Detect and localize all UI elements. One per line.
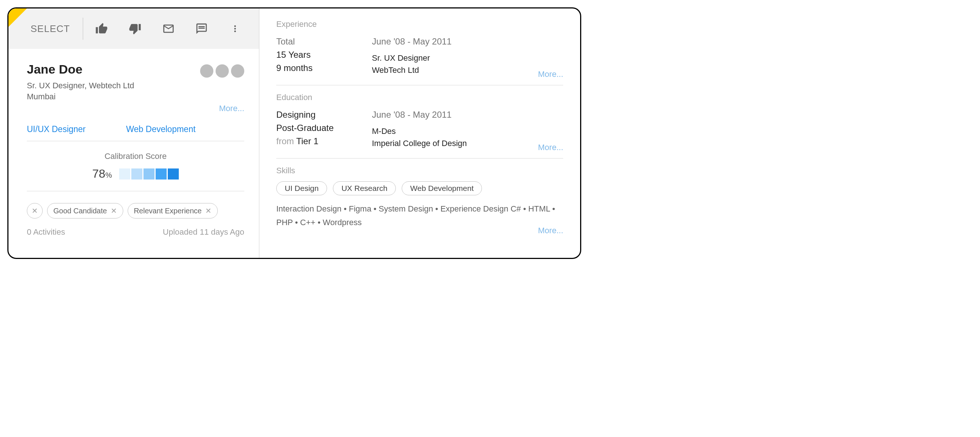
divider	[27, 191, 244, 191]
calibration-section: Calibration Score 78%	[27, 151, 244, 181]
calibration-bar-icon	[156, 168, 167, 180]
profile-body: Jane Doe Sr. UX Designer, Webtech Ltd Mu…	[8, 49, 259, 258]
education-more-link[interactable]: More...	[538, 143, 563, 152]
education-content: Designing Post-Graduate from Tier 1 June…	[276, 108, 563, 149]
profile-header: Jane Doe Sr. UX Designer, Webtech Ltd Mu…	[27, 62, 244, 102]
profile-more-link[interactable]: More...	[27, 104, 244, 113]
experience-more-link[interactable]: More...	[538, 70, 563, 79]
role-tags-row: UI/UX Designer Web Development	[27, 124, 244, 138]
toolbar: SELECT	[8, 8, 259, 49]
skills-section: Skills UI Design UX Research Web Develop…	[276, 166, 563, 230]
remove-chip-button[interactable]: ✕	[27, 203, 43, 218]
education-institution: Imperial College of Design	[372, 137, 563, 149]
close-icon[interactable]: ✕	[111, 207, 117, 215]
right-panel: Experience Total 15 Years 9 months June …	[259, 8, 580, 258]
left-panel: SELECT Jane Doe Sr. UX Designer	[8, 8, 259, 258]
experience-total-label: Total	[276, 35, 372, 48]
calibration-score: 78%	[92, 167, 112, 181]
skills-more-link[interactable]: More...	[538, 226, 563, 235]
candidate-location: Mumbai	[27, 92, 134, 102]
candidate-name: Jane Doe	[27, 62, 134, 76]
calibration-bars	[119, 168, 179, 180]
experience-months: 9 months	[276, 62, 372, 75]
experience-period: June '08 - May 2011	[372, 35, 563, 48]
footer-row: 0 Activities Uploaded 11 days Ago	[27, 227, 244, 237]
education-period: June '08 - May 2011	[372, 108, 563, 121]
calibration-bar-icon	[119, 168, 130, 180]
dot-icon	[231, 64, 244, 78]
skills-list: Interaction Design • Figma • System Desi…	[276, 202, 563, 230]
calibration-bar-icon	[131, 168, 142, 180]
corner-flag-icon	[8, 8, 27, 27]
mail-icon[interactable]	[158, 17, 178, 40]
status-dots	[200, 64, 244, 78]
chip-relevant-experience[interactable]: Relevant Experience ✕	[128, 203, 218, 218]
more-vert-icon[interactable]	[225, 17, 245, 40]
education-heading: Education	[276, 93, 563, 102]
calibration-label: Calibration Score	[27, 151, 244, 161]
select-button[interactable]: SELECT	[30, 23, 81, 35]
experience-heading: Experience	[276, 19, 563, 29]
skill-chip-ux-research[interactable]: UX Research	[333, 181, 396, 195]
dot-icon	[216, 64, 229, 78]
education-field: Designing	[276, 108, 372, 121]
experience-company: WebTech Ltd	[372, 64, 563, 76]
education-tier: from Tier 1	[276, 135, 372, 148]
tag-chips-row: ✕ Good Candidate ✕ Relevant Experience ✕	[27, 203, 244, 218]
skills-heading: Skills	[276, 166, 563, 175]
divider	[276, 85, 563, 85]
experience-content: Total 15 Years 9 months June '08 - May 2…	[276, 35, 563, 76]
chip-good-candidate[interactable]: Good Candidate ✕	[47, 203, 123, 218]
experience-role: Sr. UX Designer	[372, 52, 563, 64]
calibration-bar-icon	[143, 168, 154, 180]
role-tag-webdev[interactable]: Web Development	[126, 124, 196, 134]
candidate-card: SELECT Jane Doe Sr. UX Designer	[7, 7, 581, 259]
candidate-title: Sr. UX Designer, Webtech Ltd	[27, 81, 134, 91]
toolbar-divider	[83, 17, 83, 40]
chat-icon[interactable]	[192, 17, 212, 40]
upload-age: Uploaded 11 days Ago	[163, 227, 244, 237]
divider	[27, 141, 244, 141]
close-icon[interactable]: ✕	[205, 207, 212, 215]
divider	[276, 158, 563, 159]
chip-label: Relevant Experience	[134, 207, 202, 215]
chip-label: Good Candidate	[53, 207, 107, 215]
skills-chips: UI Design UX Research Web Development	[276, 181, 563, 195]
role-tag-uiux[interactable]: UI/UX Designer	[27, 124, 86, 134]
skill-chip-ui-design[interactable]: UI Design	[276, 181, 327, 195]
education-level: Post-Graduate	[276, 121, 372, 135]
thumbs-down-icon[interactable]	[125, 17, 145, 40]
close-icon: ✕	[32, 207, 38, 215]
thumbs-up-icon[interactable]	[92, 17, 112, 40]
dot-icon	[200, 64, 213, 78]
experience-years: 15 Years	[276, 48, 372, 62]
activities-count: 0 Activities	[27, 227, 65, 237]
calibration-bar-icon	[168, 168, 179, 180]
skill-chip-web-dev[interactable]: Web Development	[402, 181, 482, 195]
education-degree: M-Des	[372, 125, 563, 137]
